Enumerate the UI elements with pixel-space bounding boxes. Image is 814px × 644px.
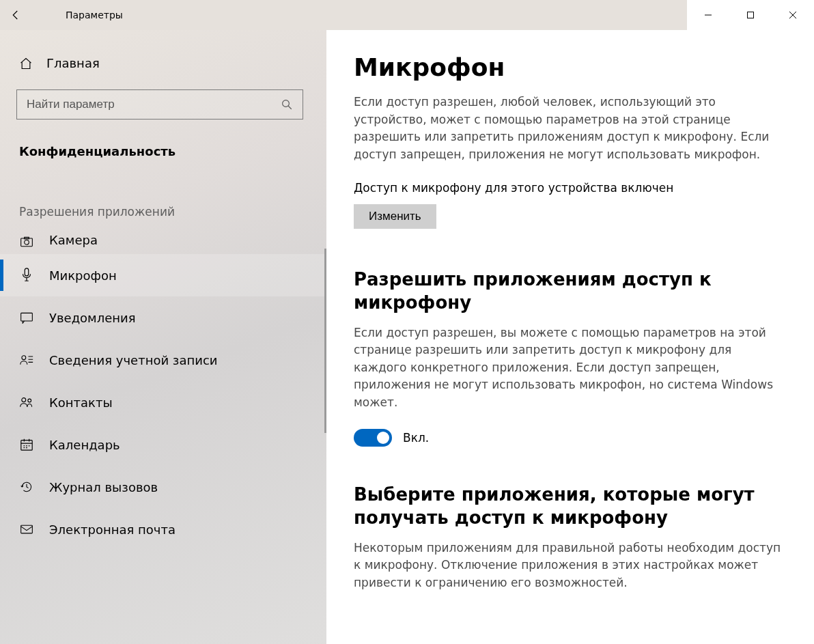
close-button[interactable] [772, 0, 814, 30]
allow-apps-toggle[interactable] [354, 429, 392, 447]
sidebar-item-label: Сведения учетной записи [49, 353, 218, 367]
svg-rect-7 [25, 268, 29, 276]
svg-rect-4 [21, 238, 33, 247]
sidebar-item-label: Камера [49, 233, 98, 247]
change-button[interactable]: Изменить [354, 204, 436, 229]
search-icon [281, 98, 293, 111]
maximize-button[interactable] [729, 0, 772, 30]
toggle-state-label: Вкл. [403, 431, 429, 445]
section-heading-choose-apps: Выберите приложения, которые могут получ… [354, 484, 783, 530]
sidebar-item-label: Календарь [49, 438, 120, 452]
window-title: Параметры [31, 10, 123, 20]
svg-point-9 [22, 356, 26, 360]
sidebar-item-label: Контакты [49, 395, 113, 410]
toggle-knob [377, 432, 389, 444]
calendar-icon [19, 438, 34, 451]
window-controls [687, 0, 814, 30]
svg-rect-8 [21, 313, 33, 321]
home-icon [19, 57, 33, 70]
sidebar-item-home[interactable]: Главная [0, 46, 326, 80]
notifications-icon [19, 311, 34, 324]
microphone-icon [19, 268, 34, 283]
sidebar-item-camera[interactable]: Камера [0, 223, 326, 254]
sidebar-item-email[interactable]: Электронная почта [0, 508, 326, 550]
content-area: Микрофон Если доступ разрешен, любой чел… [326, 30, 814, 644]
svg-point-2 [283, 100, 290, 107]
titlebar: Параметры [0, 0, 814, 30]
history-icon [19, 480, 34, 494]
description-text: Некоторым приложениям для правильной раб… [354, 540, 783, 592]
svg-point-5 [25, 240, 29, 245]
camera-icon [19, 236, 34, 247]
minimize-button[interactable] [687, 0, 729, 30]
device-access-status: Доступ к микрофону для этого устройства … [354, 181, 783, 195]
sidebar-section-title: Конфиденциальность [0, 129, 326, 163]
sidebar-item-call-log[interactable]: Журнал вызовов [0, 466, 326, 508]
sidebar-item-label: Журнал вызовов [49, 480, 158, 494]
svg-rect-12 [21, 440, 32, 451]
sidebar-scrollbar[interactable] [324, 71, 326, 644]
svg-point-10 [22, 398, 26, 402]
sidebar-item-microphone[interactable]: Микрофон [0, 254, 326, 296]
description-text: Если доступ разрешен, вы можете с помощь… [354, 324, 783, 412]
sidebar-item-label: Главная [46, 56, 100, 70]
section-heading-allow-apps: Разрешить приложениям доступ к микрофону [354, 268, 783, 315]
sidebar-item-notifications[interactable]: Уведомления [0, 296, 326, 339]
search-box[interactable] [16, 89, 303, 120]
search-input[interactable] [27, 98, 281, 111]
account-icon [19, 354, 34, 366]
sidebar-group-title: Разрешения приложений [0, 163, 326, 223]
sidebar-item-contacts[interactable]: Контакты [0, 381, 326, 423]
description-text: Если доступ разрешен, любой человек, исп… [354, 94, 783, 163]
contacts-icon [19, 396, 34, 408]
email-icon [19, 524, 34, 535]
sidebar-item-calendar[interactable]: Календарь [0, 423, 326, 466]
sidebar-scrollbar-thumb[interactable] [324, 249, 326, 433]
sidebar-item-label: Электронная почта [49, 522, 176, 537]
svg-line-3 [288, 106, 292, 109]
sidebar: Главная Конфиденциальность Разрешения пр… [0, 30, 326, 644]
svg-rect-1 [748, 12, 754, 18]
sidebar-item-account[interactable]: Сведения учетной записи [0, 339, 326, 381]
svg-rect-21 [21, 525, 33, 533]
back-button[interactable] [0, 0, 31, 30]
sidebar-item-label: Микрофон [49, 268, 117, 283]
svg-point-11 [28, 399, 31, 402]
page-title: Микрофон [354, 53, 783, 81]
sidebar-item-label: Уведомления [49, 311, 136, 325]
